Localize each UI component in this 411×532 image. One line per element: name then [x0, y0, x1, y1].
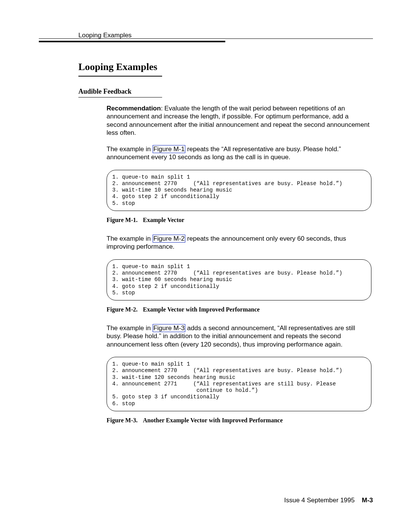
- paragraph-fig3-intro: The example in Figure M-3 adds a second …: [107, 324, 371, 348]
- figure-m3-title: Another Example Vector with Improved Per…: [143, 417, 283, 423]
- figure-m2-number: Figure M-2.: [107, 306, 137, 313]
- figure-m2-code: 1. queue-to main split 1 2. announcement…: [107, 259, 371, 301]
- page: Looping Examples Looping Examples Audibl…: [0, 0, 411, 532]
- figure-m1-number: Figure M-1.: [107, 217, 137, 223]
- p3-before: The example in: [107, 235, 153, 242]
- subsection-rule: [78, 97, 162, 97]
- figure-m1-caption: Figure M-1.Example Vector: [107, 216, 371, 224]
- figure-m2-title: Example Vector with Improved Performance: [143, 306, 260, 313]
- figure-m1-link[interactable]: Figure M-1: [153, 145, 185, 153]
- page-footer: Issue 4 September 1995 M-3: [284, 496, 373, 504]
- top-rule-thick: [39, 41, 225, 42]
- body-block: Recommendation: Evaluate the length of t…: [107, 104, 371, 424]
- paragraph-fig1-intro: The example in Figure M-1 repeats the “A…: [107, 145, 371, 161]
- figure-m2-caption: Figure M-2.Example Vector with Improved …: [107, 306, 371, 313]
- p4-before: The example in: [107, 324, 153, 332]
- footer-issue: Issue 4 September 1995: [284, 497, 355, 504]
- section-title: Looping Examples: [78, 61, 371, 73]
- paragraph-fig2-intro: The example in Figure M-2 repeats the an…: [107, 235, 371, 251]
- figure-m1-title: Example Vector: [143, 217, 184, 223]
- p2-before: The example in: [107, 145, 153, 153]
- section-title-rule: [78, 76, 162, 77]
- figure-m2-link[interactable]: Figure M-2: [153, 235, 185, 243]
- top-rule-thin: [39, 38, 373, 39]
- figure-m3-link[interactable]: Figure M-3: [153, 324, 185, 332]
- paragraph-recommendation: Recommendation: Evaluate the length of t…: [107, 104, 371, 137]
- subsection-title: Audible Feedback: [78, 87, 371, 96]
- figure-m3-caption: Figure M-3.Another Example Vector with I…: [107, 417, 371, 424]
- recommendation-label: Recommendation: [107, 105, 161, 112]
- page-number: M-3: [362, 497, 373, 504]
- figure-m1-code: 1. queue-to main split 1 2. announcement…: [107, 170, 371, 211]
- content-area: Looping Examples Audible Feedback Recomm…: [78, 57, 371, 435]
- figure-m3-number: Figure M-3.: [107, 417, 137, 423]
- figure-m3-code: 1. queue-to main split 1 2. announcement…: [107, 357, 371, 411]
